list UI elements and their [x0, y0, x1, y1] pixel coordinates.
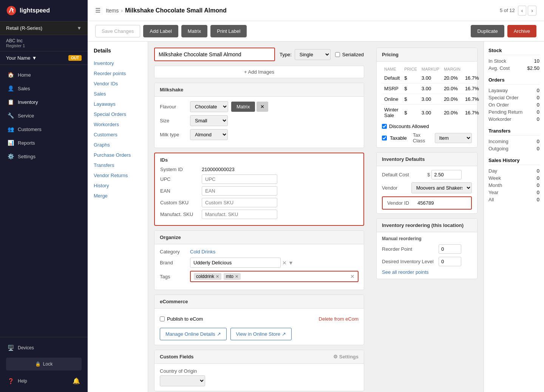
vendor-id-input[interactable]: [417, 200, 455, 206]
chevron-down-icon: ▼: [77, 25, 82, 31]
sidebar-item-help[interactable]: ❓ Help 🔔: [0, 373, 88, 388]
add-images-button[interactable]: + Add Images: [154, 66, 364, 78]
sidebar-item-settings[interactable]: ⚙️ Settings: [0, 150, 88, 163]
detail-nav-link-inventory[interactable]: Inventory: [88, 58, 148, 68]
taxable-checkbox[interactable]: [382, 136, 387, 140]
brand-input[interactable]: [190, 258, 281, 268]
user-name[interactable]: Your Name ▼: [6, 55, 37, 61]
inventory-defaults-card: Inventory Defaults Default Cost $ Vendor…: [376, 152, 478, 214]
prev-item-button[interactable]: ‹: [518, 6, 527, 15]
tag-colddrink: colddrink ✕: [194, 273, 221, 280]
item-name-input[interactable]: [154, 48, 275, 61]
flavour-select[interactable]: Chocolate Vanilla Strawberry: [190, 101, 228, 112]
toolbar: Save Changes Add Label Matrix Print Labe…: [88, 21, 544, 42]
publish-ecom-checkbox[interactable]: [160, 316, 165, 321]
detail-nav-link-reorder[interactable]: Reorder points: [88, 68, 148, 79]
detail-nav-link-layaways[interactable]: Layaways: [88, 99, 148, 109]
sidebar-item-sales[interactable]: 👤 Sales: [0, 82, 88, 95]
tags-clear-all[interactable]: ✕: [350, 273, 355, 279]
brand-dropdown-button[interactable]: ▼: [288, 260, 294, 266]
tag-remove-colddrink[interactable]: ✕: [216, 274, 219, 279]
manage-online-label: Manage Online Details: [165, 331, 215, 337]
sidebar-item-customers[interactable]: 👥 Customers: [0, 122, 88, 136]
tax-class-select[interactable]: Item Service Non-Taxable: [435, 133, 472, 143]
custom-fields-title: Custom Fields: [160, 354, 194, 360]
manufact-sku-input[interactable]: [202, 210, 277, 219]
detail-nav-link-workorders[interactable]: Workorders: [88, 119, 148, 130]
add-label-button[interactable]: Add Label: [143, 25, 178, 37]
orders-title: Orders: [488, 77, 539, 85]
desired-level-input[interactable]: [439, 257, 461, 266]
lightspeed-logo-icon: [6, 5, 17, 16]
pricing-table: NAME PRICE MARKUP MARGIN Default $ 3.00 …: [382, 65, 481, 120]
detail-nav-link-transfers[interactable]: Transfers: [88, 160, 148, 170]
reorder-point-input[interactable]: [439, 244, 461, 254]
sidebar-item-service[interactable]: 🔧 Service: [0, 109, 88, 122]
tag-remove-mto[interactable]: ✕: [235, 274, 238, 279]
size-select[interactable]: Small Medium Large: [190, 115, 228, 126]
sidebar-item-devices[interactable]: 🖥️ Devices: [0, 341, 88, 355]
archive-button[interactable]: Archive: [507, 25, 536, 37]
view-online-button[interactable]: View in Online Store ↗: [230, 328, 292, 340]
vendor-select[interactable]: Moovers and Shakers: [411, 182, 472, 193]
store-selector[interactable]: Retail (R-Series) ▼: [0, 22, 88, 35]
serialized-checkbox[interactable]: [335, 52, 340, 57]
upc-input[interactable]: [202, 174, 277, 184]
custom-sku-label: Custom SKU: [160, 200, 202, 205]
detail-nav-link-vendor-ids[interactable]: Vendor IDs: [88, 79, 148, 89]
brand-clear-button[interactable]: ✕: [282, 260, 287, 266]
sidebar-item-reports[interactable]: 📊 Reports: [0, 136, 88, 150]
category-value[interactable]: Cold Drinks: [190, 249, 215, 255]
discounts-label: Discounts Allowed: [389, 123, 429, 129]
detail-nav-link-history[interactable]: History: [88, 181, 148, 191]
detail-nav-link-customers[interactable]: Customers: [88, 130, 148, 140]
matrix-button[interactable]: Matrix: [181, 25, 207, 37]
order-label: Special Order: [488, 95, 518, 100]
sales-value: 0: [537, 182, 539, 188]
out-badge: OUT: [68, 55, 82, 61]
breadcrumb-parent[interactable]: Items: [106, 8, 119, 14]
tax-class-label: Tax Class: [413, 132, 432, 144]
country-of-origin-select[interactable]: [160, 375, 205, 386]
sidebar-item-label: Inventory: [18, 99, 38, 105]
delete-from-ecom-link[interactable]: Delete from eCom: [319, 316, 359, 322]
sidebar-item-inventory[interactable]: 📋 Inventory: [0, 95, 88, 109]
order-value: 0: [537, 116, 539, 122]
sidebar-item-home[interactable]: 🏠 Home: [0, 68, 88, 82]
order-value: 0: [537, 95, 539, 100]
save-changes-button[interactable]: Save Changes: [95, 25, 140, 37]
detail-nav-link-vendor-returns[interactable]: Vendor Returns: [88, 170, 148, 181]
sales-history-row: Week0: [488, 175, 539, 181]
discounts-checkbox[interactable]: [382, 124, 387, 129]
pricing-row-price: 3.00: [419, 73, 442, 83]
sales-history-row: Day0: [488, 168, 539, 174]
see-all-reorder-link[interactable]: See all reorder points: [382, 269, 429, 275]
order-row: Workorder0: [488, 116, 539, 122]
matrix-x-button[interactable]: ✕: [257, 102, 268, 112]
type-select[interactable]: Single Box Assembly: [295, 49, 331, 60]
custom-fields-settings[interactable]: ⚙ Settings: [333, 354, 359, 360]
detail-nav-link-sales[interactable]: Sales: [88, 89, 148, 99]
tags-label: Tags: [160, 274, 190, 279]
detail-nav-link-purchase-orders[interactable]: Purchase Orders: [88, 150, 148, 160]
duplicate-button[interactable]: Duplicate: [471, 25, 504, 37]
next-item-button[interactable]: ›: [528, 6, 536, 15]
detail-nav-link-graphs[interactable]: Graphs: [88, 140, 148, 150]
lock-button[interactable]: 🔒 Lock: [6, 358, 82, 370]
discounts-row: Discounts Allowed: [382, 123, 472, 129]
order-label: On Order: [488, 102, 509, 108]
print-label-button[interactable]: Print Label: [210, 25, 247, 37]
manage-online-button[interactable]: Manage Online Details ↗: [160, 328, 227, 340]
ean-input[interactable]: [202, 186, 277, 196]
devices-icon: 🖥️: [8, 345, 14, 351]
matrix-flavour-button[interactable]: Matrix: [231, 102, 255, 112]
milk-type-select[interactable]: Almond Whole Oat Soy: [190, 129, 228, 140]
detail-nav-link-special-orders[interactable]: Special Orders: [88, 109, 148, 119]
custom-sku-input[interactable]: [202, 198, 277, 207]
default-cost-input[interactable]: [431, 170, 462, 179]
tags-container[interactable]: colddrink ✕ mto ✕ ✕: [190, 271, 359, 282]
col-name: NAME: [382, 65, 402, 73]
sidebar-logo: lightspeed: [0, 0, 88, 22]
avg-cost-value: $2.50: [527, 65, 539, 71]
detail-nav-link-merge[interactable]: Merge: [88, 191, 148, 201]
